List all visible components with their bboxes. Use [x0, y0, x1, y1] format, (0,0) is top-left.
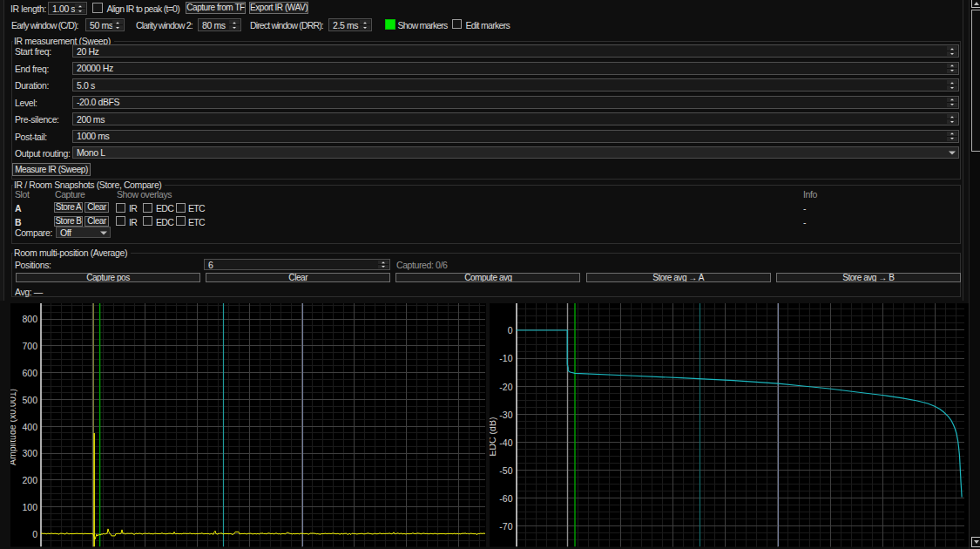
- svg-text:-10: -10: [499, 353, 512, 363]
- svg-text:200: 200: [22, 475, 37, 485]
- svg-text:800: 800: [22, 314, 37, 324]
- svg-text:EDC (dB): EDC (dB): [490, 417, 497, 457]
- svg-text:0: 0: [32, 529, 37, 539]
- svg-text:-60: -60: [499, 493, 512, 504]
- svg-text:400: 400: [22, 422, 37, 432]
- svg-text:-50: -50: [499, 465, 512, 476]
- svg-text:-40: -40: [499, 437, 512, 448]
- svg-text:-30: -30: [499, 410, 512, 420]
- svg-text:-20: -20: [499, 382, 512, 392]
- svg-text:0: 0: [508, 325, 513, 336]
- svg-text:700: 700: [22, 341, 37, 351]
- svg-text:500: 500: [22, 395, 37, 405]
- svg-text:Amplitude (x0.001): Amplitude (x0.001): [10, 389, 17, 465]
- svg-text:600: 600: [22, 368, 37, 378]
- svg-text:-70: -70: [499, 521, 512, 532]
- svg-text:300: 300: [22, 448, 37, 458]
- svg-text:100: 100: [22, 502, 37, 512]
